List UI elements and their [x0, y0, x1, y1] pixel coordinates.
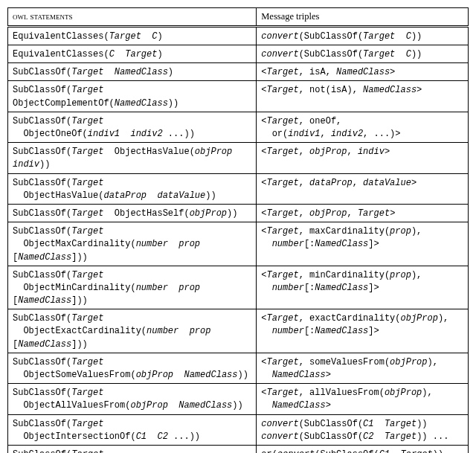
table-row: SubClassOf(Target ObjectHasValue(objProp…: [8, 143, 469, 173]
owl-cell: SubClassOf(Target ObjectHasValue(objProp…: [8, 143, 257, 173]
mapping-table: owl statements Message triples Equivalen…: [7, 7, 469, 453]
owl-cell: SubClassOf(Target ObjectHasValue(dataPro…: [8, 173, 257, 204]
owl-cell: SubClassOf(Target ObjectExactCardinality…: [8, 309, 257, 353]
table-row: SubClassOf(Target NamedClass)<Target, is…: [8, 63, 469, 81]
table-row: SubClassOf(Target ObjectMaxCardinality(n…: [8, 222, 469, 266]
msg-cell: <Target, isA, NamedClass>: [257, 63, 469, 81]
owl-cell: SubClassOf(Target ObjectMinCardinality(n…: [8, 266, 257, 309]
owl-cell: EquivalentClasses(Target C): [8, 26, 257, 45]
msg-cell: <Target, allValuesFrom(objProp), NamedCl…: [257, 384, 469, 414]
msg-cell: convert(SubClassOf(Target C)): [257, 45, 469, 63]
owl-cell: SubClassOf(Target ObjectSomeValuesFrom(o…: [8, 353, 257, 383]
msg-cell: <Target, objProp, indiv>: [257, 143, 469, 173]
table-row: SubClassOf(Target ObjectAllValuesFrom(ob…: [8, 384, 469, 414]
owl-cell: SubClassOf(Target ObjectComplementOf(Nam…: [8, 81, 257, 112]
table-row: SubClassOf(Target ObjectUnionOf(C1 C2 ..…: [8, 445, 469, 453]
table-row: EquivalentClasses(Target C)convert(SubCl…: [8, 26, 469, 45]
table-row: EquivalentClasses(C Target)convert(SubCl…: [8, 45, 469, 63]
msg-cell: <Target, exactCardinality(objProp), numb…: [257, 309, 469, 353]
table-row: SubClassOf(Target ObjectComplementOf(Nam…: [8, 81, 469, 112]
msg-cell: <Target, oneOf, or(indiv1, indiv2, ...)>: [257, 112, 469, 142]
owl-cell: SubClassOf(Target ObjectUnionOf(C1 C2 ..…: [8, 445, 257, 453]
msg-cell: <Target, objProp, Target>: [257, 204, 469, 222]
owl-cell: SubClassOf(Target ObjectHasSelf(objProp)…: [8, 204, 257, 222]
table-row: SubClassOf(Target ObjectMinCardinality(n…: [8, 266, 469, 309]
table-row: SubClassOf(Target ObjectHasValue(dataPro…: [8, 173, 469, 204]
table-row: SubClassOf(Target ObjectHasSelf(objProp)…: [8, 204, 469, 222]
msg-cell: convert(SubClassOf(C1 Target))convert(Su…: [257, 414, 469, 445]
msg-cell: <Target, not(isA), NamedClass>: [257, 81, 469, 112]
msg-cell: <Target, minCardinality(prop), number[:N…: [257, 266, 469, 309]
msg-cell: convert(SubClassOf(Target C)): [257, 26, 469, 45]
owl-cell: SubClassOf(Target ObjectAllValuesFrom(ob…: [8, 384, 257, 414]
col-header-msg: Message triples: [257, 8, 469, 27]
col-header-owl: owl statements: [8, 8, 257, 27]
owl-cell: SubClassOf(Target NamedClass): [8, 63, 257, 81]
table-row: SubClassOf(Target ObjectIntersectionOf(C…: [8, 414, 469, 445]
owl-cell: SubClassOf(Target ObjectIntersectionOf(C…: [8, 414, 257, 445]
table-row: SubClassOf(Target ObjectSomeValuesFrom(o…: [8, 353, 469, 383]
msg-cell: <Target, dataProp, dataValue>: [257, 173, 469, 204]
msg-cell: <Target, someValuesFrom(objProp), NamedC…: [257, 353, 469, 383]
table-row: SubClassOf(Target ObjectExactCardinality…: [8, 309, 469, 353]
owl-cell: EquivalentClasses(C Target): [8, 45, 257, 63]
msg-cell: <Target, maxCardinality(prop), number[:N…: [257, 222, 469, 266]
msg-cell: or(convert(SubClassOf(C1 Target)), conve…: [257, 445, 469, 453]
owl-cell: SubClassOf(Target ObjectMaxCardinality(n…: [8, 222, 257, 266]
table-row: SubClassOf(Target ObjectOneOf(indiv1 ind…: [8, 112, 469, 142]
owl-cell: SubClassOf(Target ObjectOneOf(indiv1 ind…: [8, 112, 257, 142]
